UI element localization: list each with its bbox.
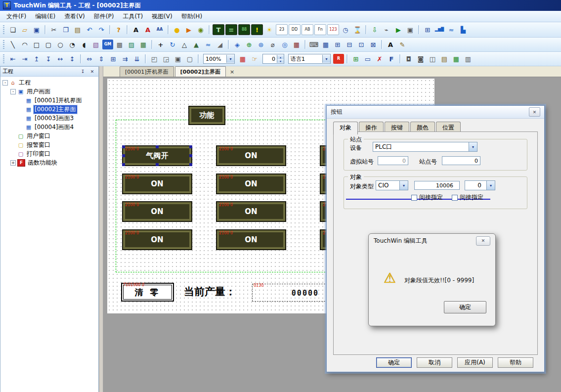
indicator-lamp-icon[interactable]: ● — [172, 25, 182, 35]
selection-handle[interactable] — [156, 145, 159, 148]
fill-pattern-icon[interactable]: ▧ — [90, 40, 101, 49]
toolbar-grip-icon[interactable] — [3, 40, 4, 49]
selection-handle[interactable] — [122, 145, 125, 148]
delete-table-icon[interactable]: ⊟ — [344, 40, 355, 49]
insert-window-icon[interactable]: ▭ — [362, 54, 373, 64]
unlock-icon[interactable]: ◙ — [415, 54, 426, 64]
virtual-station-input[interactable]: 0 — [378, 156, 408, 165]
capture-icon[interactable]: ◫ — [427, 54, 438, 64]
picture-icon[interactable]: ▨ — [126, 40, 137, 49]
dot-matrix-icon[interactable]: ▩ — [114, 40, 125, 49]
station-number-input[interactable]: 0 — [442, 156, 480, 165]
backlight-icon[interactable]: ☀ — [264, 25, 275, 35]
font-tool-icon[interactable]: A — [385, 40, 396, 49]
chevron-down-icon[interactable]: ▾ — [322, 55, 330, 63]
chevron-down-icon[interactable]: ▾ — [469, 142, 477, 151]
zoom-select[interactable]: 100% ▾ — [203, 54, 235, 64]
hand-tool-icon[interactable]: ☞ — [249, 54, 260, 64]
align-right-icon[interactable]: ⇥ — [19, 54, 30, 64]
download-icon[interactable]: ⇩ — [369, 25, 380, 35]
message-box-title-bar[interactable]: TouchWin 编辑工具 ✕ — [369, 234, 495, 248]
alarm-display-icon[interactable]: ! — [251, 24, 263, 35]
space-down-icon[interactable]: ⇊ — [131, 54, 142, 64]
production-count-display[interactable]: 0130 00000 — [252, 284, 330, 302]
dialog-title-bar[interactable]: 按钮 ✕ — [327, 106, 544, 119]
font-icon[interactable]: A — [130, 25, 141, 35]
hmi-button-on-2[interactable]: 2100 0 ON — [217, 146, 285, 165]
selection-handle[interactable] — [122, 163, 125, 166]
same-width-icon[interactable]: ⇔ — [84, 54, 95, 64]
tree-item-user-window[interactable]: ▢ 用户窗口 — [0, 131, 98, 140]
cut-icon[interactable]: ✂ — [48, 25, 59, 35]
dialog-cancel-button[interactable]: 取消 — [417, 357, 452, 368]
grid-toggle-icon[interactable]: ▥ — [463, 54, 474, 64]
rect-icon[interactable]: □ — [31, 40, 42, 49]
hmi-button-on-10[interactable]: 2100 0 ON — [123, 230, 191, 249]
net-globe-icon[interactable]: ⊛ — [256, 40, 266, 49]
tree-item-screen-00003[interactable]: ▦ [00003]画面3 — [0, 114, 98, 123]
save-picture-icon[interactable]: ▤ — [439, 54, 450, 64]
sector-icon[interactable]: ◔ — [67, 40, 78, 49]
dialog-help-button[interactable]: 帮助 — [498, 357, 533, 368]
bring-front-icon[interactable]: ◰ — [149, 54, 160, 64]
tree-expander[interactable]: - — [10, 89, 16, 94]
hmi-button-on-4[interactable]: 2100 0 ON — [123, 174, 191, 193]
split-cells-icon[interactable]: ⊠ — [368, 40, 379, 49]
insert-table-icon[interactable]: ⊞ — [332, 40, 343, 49]
selection-handle[interactable] — [122, 154, 125, 157]
arc-icon[interactable]: ◠ — [19, 40, 30, 49]
selection-handle[interactable] — [189, 145, 192, 148]
hmi-button-valve-open[interactable]: 2100 0 气阀开 — [123, 146, 191, 165]
object-number-input[interactable]: 10006 — [414, 181, 460, 190]
tree-expander[interactable]: + — [10, 160, 16, 166]
calendar-icon[interactable]: ▦ — [291, 40, 302, 49]
menu-file[interactable]: 文件(F) — [2, 11, 31, 22]
line-icon[interactable]: ╲ — [7, 40, 18, 49]
merge-cells-icon[interactable]: ⊡ — [356, 40, 367, 49]
dialog-tab-object[interactable]: 对象 — [333, 122, 358, 134]
close-icon[interactable]: ✕ — [88, 68, 96, 76]
menu-help[interactable]: 帮助(H) — [177, 11, 207, 22]
toolbar-grip-icon[interactable] — [3, 54, 4, 63]
offline-simulate-icon[interactable]: ▣ — [405, 25, 416, 35]
hand-address-spinner[interactable]: 0 ▴▾ — [262, 54, 284, 64]
new-window-icon[interactable]: ⊞ — [422, 25, 433, 35]
triangle-icon[interactable]: △ — [179, 40, 190, 49]
menu-window[interactable]: 视图(V) — [147, 11, 177, 22]
add-screen-icon[interactable]: ⊞ — [350, 54, 361, 64]
grid-color-icon[interactable]: ▦ — [237, 54, 248, 64]
timer-icon[interactable]: ⌛ — [352, 25, 363, 35]
dialog-apply-button[interactable]: 应用(A) — [457, 357, 493, 368]
dynamic-text-icon[interactable]: ≡ — [225, 24, 237, 35]
web-globe-icon[interactable]: ⊕ — [244, 40, 255, 49]
ungroup-icon[interactable]: ▢ — [184, 54, 195, 64]
number-input-icon[interactable]: 123 — [327, 24, 339, 35]
selection-handle[interactable] — [189, 163, 192, 166]
frame-icon[interactable]: ▦ — [138, 40, 149, 49]
shield-icon[interactable]: ◈ — [232, 40, 243, 49]
tab-close-icon[interactable]: × — [230, 69, 234, 75]
bar-chart-icon[interactable]: ▂▆█ — [434, 25, 445, 35]
tree-item-screen-00001[interactable]: ▦ [00001]开机界面 — [0, 96, 98, 105]
language-select[interactable]: 语言1 ▾ — [288, 54, 331, 64]
redo-icon[interactable]: ↷ — [96, 25, 107, 35]
multi-font-icon[interactable]: AA — [154, 25, 165, 35]
indirect-checkbox-2[interactable]: 间接指定 — [452, 193, 483, 202]
data-grid-icon[interactable]: ▦ — [320, 40, 331, 49]
touch-key-icon[interactable]: ▶ — [183, 25, 194, 35]
clock-icon[interactable]: ◷ — [340, 25, 351, 35]
message-ok-button[interactable]: 确定 — [444, 301, 486, 313]
zoom-area-icon[interactable]: ◎ — [279, 40, 290, 49]
group-icon[interactable]: ▣ — [173, 54, 183, 64]
lock-icon[interactable]: ◘ — [403, 54, 414, 64]
align-top-icon[interactable]: ↥ — [31, 54, 42, 64]
chevron-down-icon[interactable]: ▾ — [486, 181, 495, 190]
r-register-icon[interactable]: R — [333, 54, 344, 64]
open-folder-icon[interactable]: ▱ — [19, 25, 30, 35]
hmi-button-on-7[interactable]: 2100 0 ON — [123, 202, 191, 221]
hmi-button-clear[interactable]: T101900 0 清 零 — [121, 283, 174, 302]
move-animation-icon[interactable]: + — [155, 40, 166, 49]
function-key-icon[interactable]: Fn — [314, 24, 326, 35]
panel-splitter[interactable] — [99, 66, 103, 392]
chord-icon[interactable]: ◖ — [79, 40, 89, 49]
